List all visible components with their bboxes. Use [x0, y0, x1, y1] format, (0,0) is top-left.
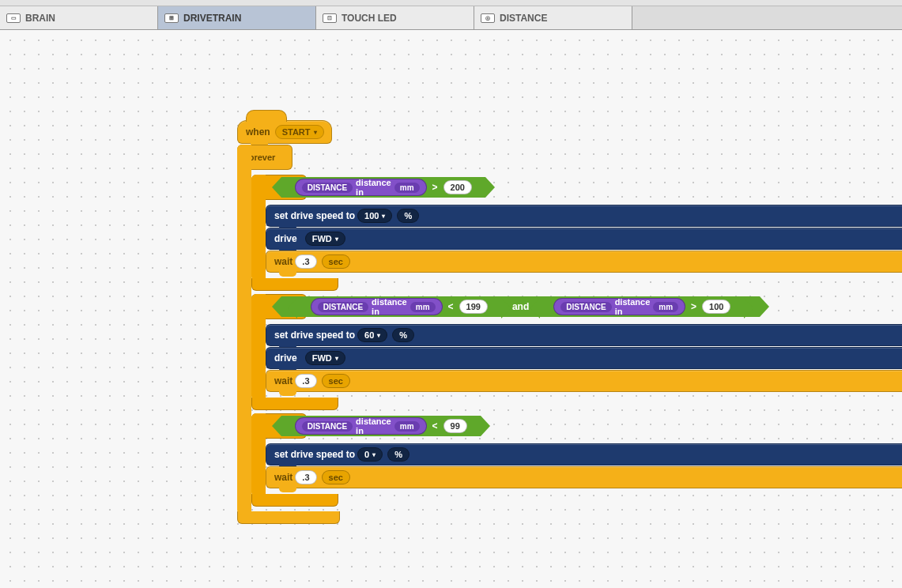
tab-distance[interactable]: ◎ DISTANCE [474, 6, 632, 29]
distance-reporter[interactable]: DISTANCE distance in mm [553, 298, 685, 315]
drive-dir-dropdown-2[interactable]: FWD▾ [305, 351, 345, 365]
drive-block-2[interactable]: drive FWD▾ [266, 347, 902, 369]
hat-when-start[interactable]: when START▾ [237, 120, 332, 144]
wait-value-1[interactable]: .3 [295, 254, 316, 269]
if2-right-cond[interactable]: DISTANCE distance in mm > 100 [540, 298, 744, 315]
caret-icon: ▾ [382, 213, 385, 220]
speed-dropdown-1[interactable]: 100▾ [357, 209, 392, 223]
wait-value-2[interactable]: .3 [295, 374, 316, 388]
set-speed-block-2[interactable]: set drive speed to 60▾ % [266, 324, 902, 346]
block-canvas[interactable]: when START▾ forever if DISTAN [0, 30, 902, 588]
caret-icon: ▾ [335, 236, 338, 243]
drive-dir-dropdown-1[interactable]: FWD▾ [305, 232, 345, 246]
device-tabs: ▭ BRAIN ⊞ DRIVETRAIN ⊡ TOUCH LED ◎ DISTA… [0, 6, 902, 30]
hat-event-dropdown[interactable]: START▾ [275, 125, 324, 139]
if-block-2[interactable]: if DISTANCE distance in mm < 199 [251, 294, 902, 410]
caret-icon: ▾ [372, 451, 376, 458]
if2-left-cond[interactable]: DISTANCE distance in mm < 199 [297, 298, 501, 315]
caret-icon: ▾ [314, 129, 317, 136]
percent-unit: % [387, 447, 409, 462]
and-op: and [512, 301, 529, 312]
tab-label: BRAIN [25, 13, 55, 24]
set-speed-block-3[interactable]: set drive speed to 0▾ % [266, 443, 902, 466]
distance-reporter[interactable]: DISTANCE distance in mm [311, 298, 443, 315]
if-block-1[interactable]: if DISTANCE distance in mm > 200 [251, 175, 902, 291]
if2-val2[interactable]: 100 [702, 300, 730, 314]
drivetrain-icon: ⊞ [164, 13, 179, 23]
set-speed-block-1[interactable]: set drive speed to 100▾ % [266, 205, 902, 227]
brain-icon: ▭ [6, 13, 21, 23]
percent-unit: % [397, 209, 419, 223]
if1-value[interactable]: 200 [443, 180, 472, 194]
percent-unit: % [392, 328, 414, 342]
if3-value[interactable]: 99 [443, 419, 467, 433]
tab-label: DRIVETRAIN [183, 13, 241, 24]
if1-condition[interactable]: DISTANCE distance in mm > 200 [281, 177, 485, 198]
caret-icon: ▾ [335, 355, 338, 362]
distance-reporter[interactable]: DISTANCE distance in mm [295, 179, 427, 196]
tab-drivetrain[interactable]: ⊞ DRIVETRAIN [158, 6, 316, 29]
distance-icon: ◎ [481, 13, 495, 23]
if2-val1[interactable]: 199 [459, 300, 488, 314]
if3-condition[interactable]: DISTANCE distance in mm < 99 [281, 416, 481, 436]
sec-unit: sec [322, 254, 350, 269]
drive-block-1[interactable]: drive FWD▾ [266, 228, 902, 250]
forever-block[interactable]: forever if DISTANCE distance in mm [237, 145, 902, 524]
touch-led-icon: ⊡ [323, 13, 337, 23]
wait-value-3[interactable]: .3 [295, 470, 316, 484]
wait-block-1[interactable]: wait .3 sec [266, 251, 902, 273]
wait-block-2[interactable]: wait .3 sec [266, 370, 902, 392]
tab-label: DISTANCE [500, 13, 547, 24]
speed-dropdown-2[interactable]: 60▾ [357, 328, 387, 342]
wait-block-3[interactable]: wait .3 sec [266, 466, 902, 488]
window-topbar [0, 0, 902, 6]
tab-label: TOUCH LED [342, 13, 397, 24]
sec-unit: sec [322, 470, 350, 484]
tab-brain[interactable]: ▭ BRAIN [0, 6, 158, 29]
tab-touch-led[interactable]: ⊡ TOUCH LED [316, 6, 474, 29]
script-stack[interactable]: when START▾ forever if DISTAN [237, 120, 902, 524]
caret-icon: ▾ [377, 332, 380, 339]
sec-unit: sec [322, 374, 350, 388]
speed-dropdown-3[interactable]: 0▾ [357, 447, 383, 462]
if-block-3[interactable]: if DISTANCE distance in mm < 99 [251, 413, 902, 507]
if2-and-condition[interactable]: DISTANCE distance in mm < 199 and DI [281, 296, 760, 317]
distance-reporter[interactable]: DISTANCE distance in mm [295, 417, 427, 435]
hat-label: when [246, 126, 270, 138]
